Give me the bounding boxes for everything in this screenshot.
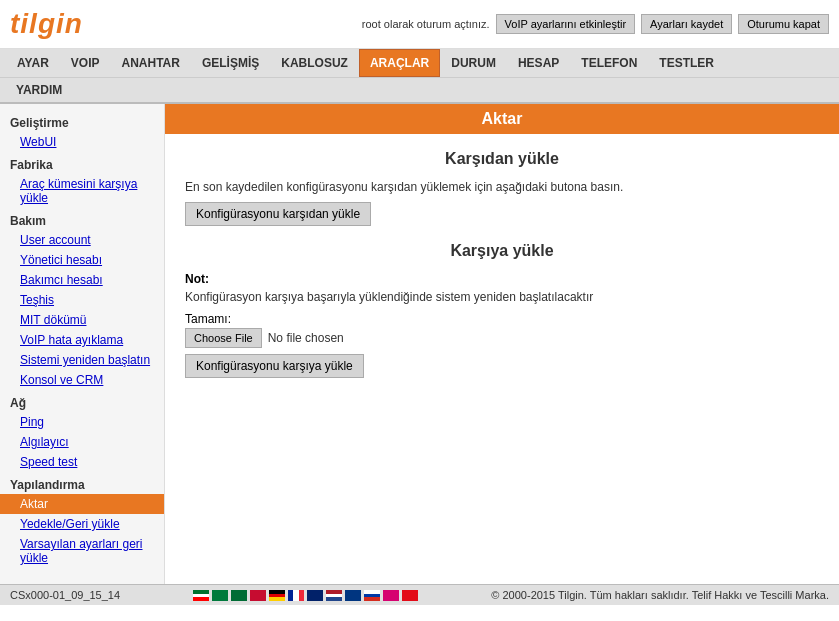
no-file-text: No file chosen — [268, 331, 344, 345]
footer: CSx000-01_09_15_14 © 2000-2015 Tilgin. T… — [0, 584, 839, 605]
file-row: Choose File No file chosen — [185, 328, 819, 348]
sidebar-item-webui[interactable]: WebUI — [0, 132, 164, 152]
upload-section-desc: En son kaydedilen konfigürasyonu karşıda… — [185, 180, 819, 194]
sidebar-item-algilayici[interactable]: Algılayıcı — [0, 432, 164, 452]
flag-nl-icon — [326, 590, 342, 601]
second-nav: YARDIM — [0, 78, 839, 104]
session-text: root olarak oturum açtınız. — [362, 18, 490, 30]
flag-sa-icon — [212, 590, 228, 601]
header: tilgin root olarak oturum açtınız. VoIP … — [0, 0, 839, 49]
sidebar-item-teshis[interactable]: Teşhis — [0, 290, 164, 310]
nav-voip[interactable]: VOIP — [60, 49, 111, 77]
header-right: root olarak oturum açtınız. VoIP ayarlar… — [362, 14, 829, 34]
flag-ru-icon — [364, 590, 380, 601]
flag-tr-icon — [402, 590, 418, 601]
file-label: Tamamı: — [185, 312, 819, 326]
flag-8-icon — [383, 590, 399, 601]
content: Aktar Karşıdan yükle En son kaydedilen k… — [165, 104, 839, 584]
sidebar-section-fabrika: Fabrika — [0, 152, 164, 174]
content-body: Karşıdan yükle En son kaydedilen konfigü… — [165, 134, 839, 394]
note-text: Konfigürasyon karşıya başarıyla yüklendi… — [185, 290, 819, 304]
flag-2-icon — [231, 590, 247, 601]
footer-version: CSx000-01_09_15_14 — [10, 589, 120, 601]
top-nav: AYAR VOIP ANAHTAR GELİŞMİŞ KABLOSUZ ARAÇ… — [0, 49, 839, 78]
nav-gelismis[interactable]: GELİŞMİŞ — [191, 49, 270, 77]
sidebar-section-bakim: Bakım — [0, 208, 164, 230]
upload-from-button[interactable]: Konfigürasyonu karşıdan yükle — [185, 202, 371, 226]
nav-telefon[interactable]: TELEFON — [570, 49, 648, 77]
nav-ayar[interactable]: AYAR — [6, 49, 60, 77]
sidebar-item-user-account[interactable]: User account — [0, 230, 164, 250]
sidebar-item-ping[interactable]: Ping — [0, 412, 164, 432]
sidebar-section-ag: Ağ — [0, 390, 164, 412]
sidebar-item-bakimci-hesabi[interactable]: Bakımcı hesabı — [0, 270, 164, 290]
sidebar-item-konsol-crm[interactable]: Konsol ve CRM — [0, 370, 164, 390]
save-settings-button[interactable]: Ayarları kaydet — [641, 14, 732, 34]
nav-testler[interactable]: TESTLER — [648, 49, 725, 77]
sidebar-item-voip-hata[interactable]: VoIP hata ayıklama — [0, 330, 164, 350]
nav-yardim[interactable]: YARDIM — [6, 78, 72, 102]
voip-activate-button[interactable]: VoIP ayarlarını etkinleştir — [496, 14, 635, 34]
footer-copyright: © 2000-2015 Tilgin. Tüm hakları saklıdır… — [491, 589, 829, 601]
flag-eu-icon — [345, 590, 361, 601]
sidebar-section-yapilandirma: Yapılandırma — [0, 472, 164, 494]
nav-araclar[interactable]: ARAÇLAR — [359, 49, 440, 77]
download-section-title: Karşıya yükle — [185, 242, 819, 260]
footer-flags — [193, 590, 418, 601]
sidebar-section-gelistirme: Geliştirme — [0, 110, 164, 132]
nav-hesap[interactable]: HESAP — [507, 49, 570, 77]
flag-gb-icon — [307, 590, 323, 601]
logo: tilgin — [10, 8, 83, 40]
note-label: Not: — [185, 272, 819, 286]
logout-button[interactable]: Oturumu kapat — [738, 14, 829, 34]
nav-durum[interactable]: DURUM — [440, 49, 507, 77]
page-title: Aktar — [165, 104, 839, 134]
flag-de-icon — [269, 590, 285, 601]
nav-anahtar[interactable]: ANAHTAR — [111, 49, 191, 77]
sidebar-item-sistemi-yeniden[interactable]: Sistemi yeniden başlatın — [0, 350, 164, 370]
sidebar-item-yonetici-hesabi[interactable]: Yönetici hesabı — [0, 250, 164, 270]
flag-fr-icon — [288, 590, 304, 601]
sidebar-item-mit-dokumu[interactable]: MIT dökümü — [0, 310, 164, 330]
sidebar-item-varsayilan[interactable]: Varsayılan ayarları geri yükle — [0, 534, 164, 568]
sidebar: Geliştirme WebUI Fabrika Araç kümesini k… — [0, 104, 165, 584]
flag-dk-icon — [250, 590, 266, 601]
sidebar-item-speed-test[interactable]: Speed test — [0, 452, 164, 472]
sidebar-item-aktar[interactable]: Aktar — [0, 494, 164, 514]
flag-ae-icon — [193, 590, 209, 601]
choose-file-button[interactable]: Choose File — [185, 328, 262, 348]
sidebar-item-yedekle[interactable]: Yedekle/Geri yükle — [0, 514, 164, 534]
upload-section-title: Karşıdan yükle — [185, 150, 819, 168]
main: Geliştirme WebUI Fabrika Araç kümesini k… — [0, 104, 839, 584]
nav-kablosuz[interactable]: KABLOSUZ — [270, 49, 359, 77]
upload-to-button[interactable]: Konfigürasyonu karşıya yükle — [185, 354, 364, 378]
sidebar-item-arac-kumesini[interactable]: Araç kümesini karşıya yükle — [0, 174, 164, 208]
